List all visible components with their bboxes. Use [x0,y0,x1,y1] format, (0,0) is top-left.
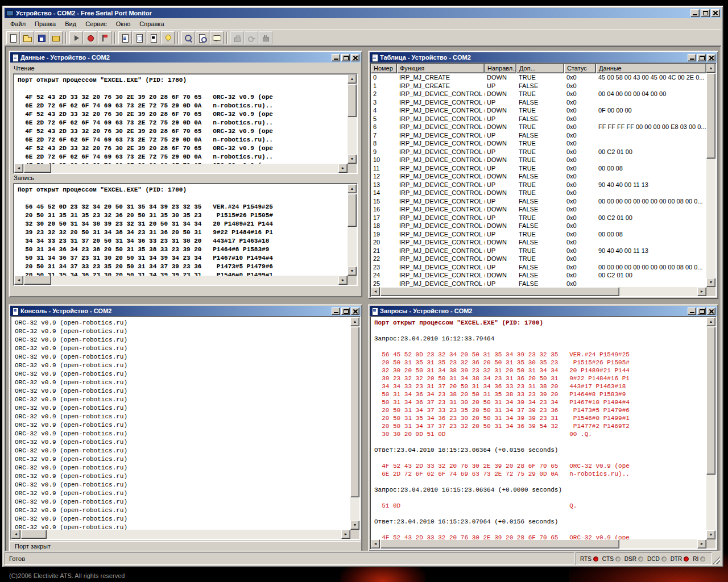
table-row[interactable]: 6IRP_MJ_DEVICE_CONTROL (IO...DOWNTRUE0x0… [371,123,706,131]
table-row[interactable]: 9IRP_MJ_DEVICE_CONTROL (IO...UPTRUE0x000… [371,148,706,156]
scrollbar-thumb[interactable] [350,327,359,497]
table-vscrollbar[interactable]: ▲▼ [706,64,715,287]
column-header-6[interactable]: Данные [596,64,706,73]
scroll-right-button[interactable]: ► [697,539,706,548]
scroll-right-button[interactable]: ► [338,164,348,173]
console-box[interactable]: ORC-32 v0.9 (open-robotics.ru)ORC-32 v0.… [10,316,361,540]
toolbar-stop-button[interactable] [84,31,97,44]
scroll-right-button[interactable]: ► [338,276,348,285]
table-window-titlebar[interactable]: Таблица - Устройство - COM2 [370,52,717,63]
scroll-left-button[interactable]: ◄ [371,539,380,548]
table-row[interactable]: 24IRP_MJ_DEVICE_CONTROL (IO...DOWNFALSE0… [371,271,706,280]
table-row[interactable]: 5IRP_MJ_DEVICE_CONTROL (IO...UPFALSE0x0 [371,115,706,123]
scroll-right-button[interactable]: ► [697,287,706,296]
scrollbar-thumb[interactable] [348,84,357,117]
maximize-button[interactable] [701,9,710,17]
table-row[interactable]: 1IRP_MJ_CREATEUPFALSE0x0 [371,82,706,90]
toolbar-save-button[interactable] [35,31,48,44]
menu-view[interactable]: Вид [60,19,81,29]
toolbar-start-button[interactable] [69,31,83,44]
console-hscrollbar[interactable]: ◄► [11,530,350,539]
resize-grip[interactable] [713,556,720,564]
table-row[interactable]: 4IRP_MJ_DEVICE_CONTROL (IO...DOWNTRUE0x0… [371,106,706,115]
table-row[interactable]: 16IRP_MJ_DEVICE_CONTROL (IO...DOWNFALSE0… [371,205,706,214]
table-row[interactable]: 21IRP_MJ_DEVICE_CONTROL (IO...UPTRUE0x09… [371,247,706,255]
minimize-button[interactable] [332,54,340,61]
table-row[interactable]: 17IRP_MJ_DEVICE_CONTROL (IO...UPTRUE0x00… [371,214,706,222]
write-hscrollbar[interactable]: ◄► [14,276,348,285]
scroll-right-button[interactable]: ► [341,530,350,539]
scroll-up-button[interactable]: ▲ [348,184,357,193]
column-header-5[interactable]: Статус [564,64,596,73]
toolbar-export-button[interactable] [49,31,63,44]
table-row[interactable]: 10IRP_MJ_DEVICE_CONTROL (IO...DOWNTRUE0x… [371,156,706,164]
scroll-up-button[interactable]: ▲ [348,74,357,84]
table-row[interactable]: 2IRP_MJ_DEVICE_CONTROL (IO...DOWNTRUE0x0… [371,90,706,98]
scroll-left-button[interactable]: ◄ [14,164,23,173]
requests-window-titlebar[interactable]: Запросы - Устройство - COM2 [370,306,717,316]
requests-box[interactable]: Порт открыт процессом "EXCEL.EXE" (PID: … [370,316,717,550]
read-vscrollbar[interactable]: ▲▼ [348,74,357,164]
scrollbar-thumb[interactable] [706,73,715,159]
menu-file[interactable]: Файл [6,19,30,29]
scroll-down-button[interactable]: ▼ [706,278,715,287]
scroll-left-button[interactable]: ◄ [371,287,380,296]
table-row[interactable]: 7IRP_MJ_DEVICE_CONTROL (IO...UPFALSE0x0 [371,131,706,140]
maximize-button[interactable] [697,54,706,61]
table-row[interactable]: 8IRP_MJ_DEVICE_CONTROL (IO...DOWNTRUE0x0 [371,139,706,148]
scroll-left-button[interactable]: ◄ [11,530,20,539]
minimize-button[interactable] [690,9,700,17]
requests-vscrollbar[interactable]: ▲▼ [706,317,715,539]
menu-window[interactable]: Окно [111,19,135,29]
toolbar-view-table-button[interactable] [133,31,146,44]
table-row[interactable]: 12IRP_MJ_DEVICE_CONTROL (IO...DOWNFALSE0… [371,172,706,181]
scroll-up-button[interactable]: ▲ [706,64,715,73]
scroll-up-button[interactable]: ▲ [350,317,359,326]
write-box[interactable]: Порт открыт процессом "EXCEL.EXE" (PID: … [13,183,358,286]
toolbar-clear-button[interactable] [98,31,111,44]
scrollbar-thumb[interactable] [706,327,715,475]
scroll-up-button[interactable]: ▲ [706,317,715,326]
requests-hscrollbar[interactable]: ◄► [371,539,706,548]
toolbar-zoom-button[interactable] [181,31,195,44]
scrollbar-thumb[interactable] [348,194,357,227]
table-row[interactable]: 3IRP_MJ_DEVICE_CONTROL (IO...UPFALSE0x0 [371,98,706,107]
scroll-down-button[interactable]: ▼ [348,155,357,164]
table-row[interactable]: 0IRP_MJ_CREATEDOWNTRUE0x045 00 58 00 43 … [371,73,706,82]
minimize-button[interactable] [688,54,696,61]
close-button[interactable] [711,9,720,17]
scrollbar-thumb[interactable] [24,276,51,285]
table-row[interactable]: 14IRP_MJ_DEVICE_CONTROL (IO...DOWNTRUE0x… [371,189,706,197]
app-titlebar[interactable]: Устройство - COM2 - Free Serial Port Mon… [5,8,721,18]
table-row[interactable]: 15IRP_MJ_DEVICE_CONTROL (IO...UPFALSE0x0… [371,197,706,206]
read-hscrollbar[interactable]: ◄► [14,164,348,173]
table-row[interactable]: 13IRP_MJ_DEVICE_CONTROL (IO...UPTRUE0x09… [371,181,706,189]
table-row[interactable]: 22IRP_MJ_DEVICE_CONTROL (IO...DOWNTRUE0x… [371,255,706,263]
table-row[interactable]: 23IRP_MJ_DEVICE_CONTROL (IO...UPFALSE0x0… [371,263,706,272]
toolbar-hint-button[interactable] [210,31,224,44]
toolbar-view-console-button[interactable] [147,31,160,44]
minimize-button[interactable] [688,307,696,315]
menu-edit[interactable]: Правка [30,19,60,29]
console-window-titlebar[interactable]: Консоль - Устройство - COM2 [10,306,361,316]
close-button[interactable] [351,307,359,315]
console-vscrollbar[interactable]: ▲▼ [350,317,359,530]
column-header-4[interactable]: Доп... [516,64,564,73]
column-header-1[interactable]: Номер [371,64,397,73]
write-vscrollbar[interactable]: ▲▼ [348,184,357,276]
toolbar-view-data-button[interactable] [118,31,132,44]
scrollbar-thumb[interactable] [380,539,619,548]
data-window-titlebar[interactable]: Данные - Устройство - COM2 [10,52,361,63]
scrollbar-thumb[interactable] [21,530,47,539]
maximize-button[interactable] [697,307,706,315]
scroll-down-button[interactable]: ▼ [350,521,359,530]
maximize-button[interactable] [341,307,350,315]
minimize-button[interactable] [332,307,340,315]
table-row[interactable]: 18IRP_MJ_DEVICE_CONTROL (IO...DOWNFALSE0… [371,222,706,230]
toolbar-open-button[interactable] [20,31,34,44]
close-button[interactable] [707,54,715,61]
toolbar-find-button[interactable] [196,31,209,44]
table-row[interactable]: 19IRP_MJ_DEVICE_CONTROL (IO...UPTRUE0x00… [371,230,706,239]
maximize-button[interactable] [341,54,350,61]
table-hscrollbar[interactable]: ◄► [371,287,706,296]
